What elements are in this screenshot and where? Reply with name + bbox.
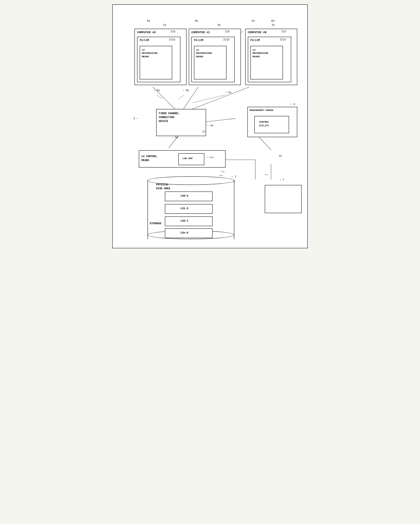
computer0-box: 2a COMPUTER #0 21a FS/LVM 211a LURECOGNI… <box>134 29 187 85</box>
page: 6a 6b 6n 6d 2a COMPUTER #0 21a FS/LVM 21… <box>112 4 308 248</box>
ref-21n: 21n <box>281 30 286 33</box>
fslvm1-label: FS/LVM <box>194 39 203 42</box>
ref-5n-label: ~ 5n <box>225 91 232 94</box>
fslvmN-label: FS/LVM <box>250 39 260 42</box>
computer1-box: 2b COMPUTER #1 21b FS/LVM 211b LURECOGNI… <box>189 29 241 85</box>
diagram: 6a 6b 6n 6d 2a COMPUTER #0 21a FS/LVM 21… <box>121 11 299 241</box>
lu1-0-label: LU1-0 <box>180 207 188 210</box>
ref-211n: 211n <box>280 38 286 41</box>
lu0-1-label: LU0-1 <box>180 219 188 222</box>
ref-111-label: ~ 111 <box>206 156 214 159</box>
ref-6n: 6n <box>252 19 255 23</box>
lu-control-label: LU CONTROLMEANS <box>141 155 157 162</box>
ref-7-label: ~ 7 <box>279 178 284 182</box>
lun-map-label: LUN MAP <box>183 157 193 160</box>
ref-6d: 6d <box>271 19 274 23</box>
lu0-0-label: LU0-0 <box>180 194 188 198</box>
lu-control-box: LU CONTROLMEANS LUN MAP ~ 111 <box>139 150 226 167</box>
fiber-channel-box: FIBER CHANNELCONNECTINGDEVICE <box>156 109 206 136</box>
ref-5e-label: ~ 5e <box>207 124 214 127</box>
computer1-label: COMPUTER #1 <box>191 31 210 34</box>
ref-6b: 6b <box>195 19 198 23</box>
computerN-box: 2n COMPUTER #N 21n FS/LVM 211n LURECOGNI… <box>245 29 297 85</box>
ref-5b-label: ~ 5b <box>183 89 189 92</box>
management-consol-box: ~ 4 MANAGEMENT CONSOL CONTROLUTILITY <box>247 107 297 137</box>
ref-1-label: ~ 1 <box>232 175 236 178</box>
lu1-0-box: LU1-0 <box>165 204 213 214</box>
management-consol-label: MANAGEMENT CONSOL <box>250 109 274 112</box>
ref-2b: 2b <box>217 24 220 27</box>
ref-5a-label: ~ 5a <box>153 89 160 92</box>
storage-label: STORAGE <box>150 222 161 225</box>
svg-line-5 <box>192 95 226 103</box>
ref7-box <box>265 185 302 213</box>
computer0-label: COMPUTER #0 <box>137 31 156 34</box>
svg-line-3 <box>156 95 163 99</box>
ref-211b: 211b <box>223 38 230 41</box>
physical-disk-area-label: PHYSICALDISK AREA <box>156 183 170 191</box>
ref-3-label: 3 ~ <box>133 117 138 120</box>
ref-41-label: 41 <box>279 155 282 157</box>
ref-2a: 2a <box>163 24 166 27</box>
svg-line-4 <box>179 95 184 99</box>
lu-recognizingN: LURECOGNIZINGMEANS <box>253 48 268 58</box>
ref-6a: 6a <box>147 19 150 23</box>
svg-line-2 <box>188 87 249 111</box>
ref-21a: 21a <box>171 30 176 33</box>
ref-21b: 21b <box>225 30 230 33</box>
ref-2n: 2n <box>272 24 275 27</box>
computerN-label: COMPUTER #N <box>248 31 267 34</box>
fslvm0-label: FS/LVM <box>140 39 149 42</box>
control-utility-label: CONTROLUTILITY <box>259 120 269 127</box>
ref-5d-label: ~ 5d <box>172 136 178 139</box>
fiber-channel-label: FIBER CHANNELCONNECTINGDEVICE <box>159 112 179 123</box>
lu0-0-box: LU0-0 <box>165 192 213 201</box>
lu-recognizing1: LURECOGNIZINGMEANS <box>196 48 212 58</box>
ref-4-label: ~ 4 <box>290 103 295 106</box>
lun-0-box: LUn-0 <box>165 228 213 238</box>
lu0-1-box: LU0-1 <box>165 216 213 226</box>
ref-211a: 211a <box>169 38 175 41</box>
ref-11-label: 11 <box>202 130 205 133</box>
lun-0-label: LUn-0 <box>180 231 188 235</box>
lu-recognizing0: LURECOGNIZINGMEANS <box>142 48 158 58</box>
